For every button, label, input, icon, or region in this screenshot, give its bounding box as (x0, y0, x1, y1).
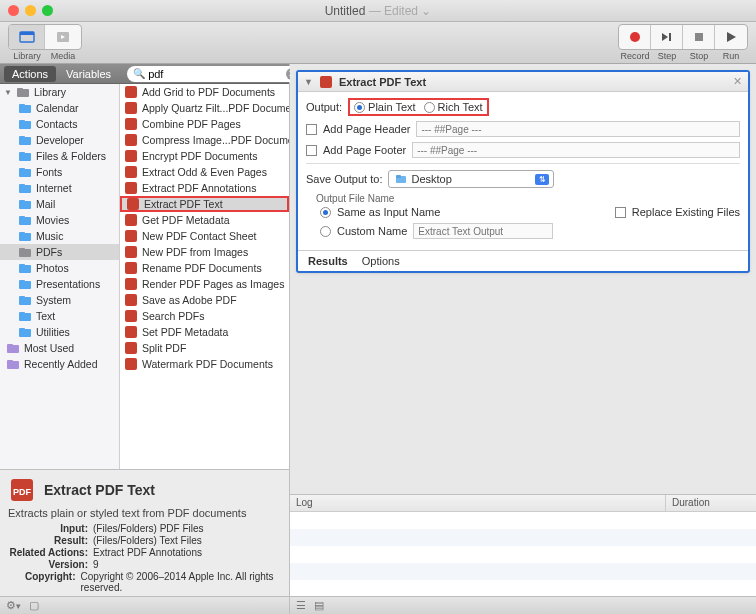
sidebar-item-internet[interactable]: Internet (0, 180, 119, 196)
action-item[interactable]: Encrypt PDF Documents (120, 148, 289, 164)
results-tab[interactable]: Results (308, 255, 348, 267)
log-rows[interactable] (290, 512, 756, 596)
info-row: Version:9 (8, 559, 281, 570)
options-tab[interactable]: Options (362, 255, 400, 267)
variables-tab[interactable]: Variables (58, 66, 119, 82)
info-row: Copyright:Copyright © 2006–2014 Apple In… (8, 571, 281, 593)
add-page-footer-label: Add Page Footer (323, 144, 406, 156)
action-item[interactable]: New PDF from Images (120, 244, 289, 260)
svg-rect-14 (19, 120, 25, 123)
workflow-action-card[interactable]: ▼ Extract PDF Text ✕ Output: Plain Text … (296, 70, 750, 273)
action-item[interactable]: Set PDF Metadata (120, 324, 289, 340)
card-header[interactable]: ▼ Extract PDF Text ✕ (298, 72, 748, 92)
action-item[interactable]: Apply Quartz Filt...PDF Documents (120, 100, 289, 116)
page-header-input[interactable] (416, 121, 740, 137)
svg-rect-55 (125, 246, 137, 258)
action-item-label: Extract Odd & Even Pages (142, 166, 267, 178)
action-item[interactable]: Split PDF (120, 340, 289, 356)
add-page-footer-checkbox[interactable] (306, 145, 317, 156)
action-item[interactable]: Save as Adobe PDF (120, 292, 289, 308)
action-item[interactable]: Add Grid to PDF Documents (120, 84, 289, 100)
sidebar-item-developer[interactable]: Developer (0, 132, 119, 148)
run-button[interactable] (715, 25, 747, 49)
page-footer-input[interactable] (412, 142, 740, 158)
card-close-button[interactable]: ✕ (733, 75, 742, 88)
custom-name-label: Custom Name (337, 225, 407, 237)
output-plain-text-radio[interactable]: Plain Text (354, 101, 416, 113)
pdf-action-icon (124, 213, 138, 227)
save-output-label: Save Output to: (306, 173, 382, 185)
step-button[interactable] (651, 25, 683, 49)
sidebar-item-recently-added[interactable]: Recently Added (0, 356, 119, 372)
right-status-bar: ☰ ▤ (290, 596, 756, 614)
sidebar-root-library[interactable]: ▼Library (0, 84, 119, 100)
log-header: Log Duration (290, 495, 756, 512)
left-column: Actions Variables 🔍 ✕ ▼LibraryCalendarCo… (0, 64, 290, 614)
sidebar-item-text[interactable]: Text (0, 308, 119, 324)
sidebar-item-utilities[interactable]: Utilities (0, 324, 119, 340)
replace-existing-checkbox[interactable] (615, 207, 626, 218)
duration-column-header[interactable]: Duration (666, 495, 756, 511)
view-mode-list-icon[interactable]: ☰ (296, 599, 306, 612)
save-output-popup[interactable]: Desktop ⇅ (388, 170, 554, 188)
sidebar-item-mail[interactable]: Mail (0, 196, 119, 212)
sidebar-item-fonts[interactable]: Fonts (0, 164, 119, 180)
log-column-header[interactable]: Log (290, 495, 666, 511)
svg-rect-61 (125, 342, 137, 354)
library-toolbar-button[interactable] (9, 25, 45, 49)
action-item-label: Search PDFs (142, 310, 204, 322)
pdf-action-icon (124, 101, 138, 115)
title-chevron-icon[interactable]: ⌄ (421, 4, 431, 18)
action-item[interactable]: Render PDF Pages as Images (120, 276, 289, 292)
library-media-segmented[interactable] (8, 24, 82, 50)
actions-list[interactable]: Add Grid to PDF DocumentsApply Quartz Fi… (120, 84, 289, 469)
folder-icon (18, 293, 32, 307)
action-item[interactable]: Extract PDF Annotations (120, 180, 289, 196)
action-item[interactable]: Rename PDF Documents (120, 260, 289, 276)
actions-tab[interactable]: Actions (4, 66, 56, 82)
plain-text-label: Plain Text (368, 101, 416, 113)
search-field[interactable]: 🔍 ✕ (127, 66, 304, 82)
sidebar-item-files-folders[interactable]: Files & Folders (0, 148, 119, 164)
same-as-input-radio[interactable] (320, 207, 331, 218)
sidebar-item-music[interactable]: Music (0, 228, 119, 244)
stop-button[interactable] (683, 25, 715, 49)
action-item[interactable]: Get PDF Metadata (120, 212, 289, 228)
action-item-label: Get PDF Metadata (142, 214, 230, 226)
sidebar-item-system[interactable]: System (0, 292, 119, 308)
sidebar-item-presentations[interactable]: Presentations (0, 276, 119, 292)
workflow-canvas[interactable]: ▼ Extract PDF Text ✕ Output: Plain Text … (290, 64, 756, 494)
action-item[interactable]: Extract PDF Text (120, 196, 289, 212)
svg-rect-53 (125, 214, 137, 226)
action-item[interactable]: Compress Image...PDF Documents (120, 132, 289, 148)
svg-rect-38 (19, 312, 25, 315)
record-button[interactable] (619, 25, 651, 49)
action-item[interactable]: Search PDFs (120, 308, 289, 324)
sidebar-item-pdfs[interactable]: PDFs (0, 244, 119, 260)
output-rich-text-radio[interactable]: Rich Text (424, 101, 483, 113)
search-input[interactable] (148, 68, 286, 80)
pdf-action-icon (124, 341, 138, 355)
library-sidebar[interactable]: ▼LibraryCalendarContactsDeveloperFiles &… (0, 84, 120, 469)
sidebar-item-photos[interactable]: Photos (0, 260, 119, 276)
action-item[interactable]: Combine PDF Pages (120, 116, 289, 132)
custom-name-radio[interactable] (320, 226, 331, 237)
action-item[interactable]: Watermark PDF Documents (120, 356, 289, 372)
sidebar-item-calendar[interactable]: Calendar (0, 100, 119, 116)
step-icon (660, 31, 674, 43)
custom-name-input[interactable] (413, 223, 553, 239)
svg-rect-28 (19, 232, 25, 235)
disclosure-icon[interactable]: ▼ (304, 77, 313, 87)
media-toolbar-button[interactable] (45, 25, 81, 49)
action-item[interactable]: New PDF Contact Sheet (120, 228, 289, 244)
sidebar-item-contacts[interactable]: Contacts (0, 116, 119, 132)
add-page-header-checkbox[interactable] (306, 124, 317, 135)
info-description: Extracts plain or styled text from PDF d… (8, 507, 281, 519)
view-mode-grid-icon[interactable]: ▤ (314, 599, 324, 612)
action-item[interactable]: Extract Odd & Even Pages (120, 164, 289, 180)
svg-rect-1 (20, 32, 34, 35)
sidebar-item-most-used[interactable]: Most Used (0, 340, 119, 356)
expand-icon[interactable]: ▢ (29, 599, 39, 612)
sidebar-item-movies[interactable]: Movies (0, 212, 119, 228)
gear-icon[interactable]: ⚙︎▾ (6, 599, 21, 612)
